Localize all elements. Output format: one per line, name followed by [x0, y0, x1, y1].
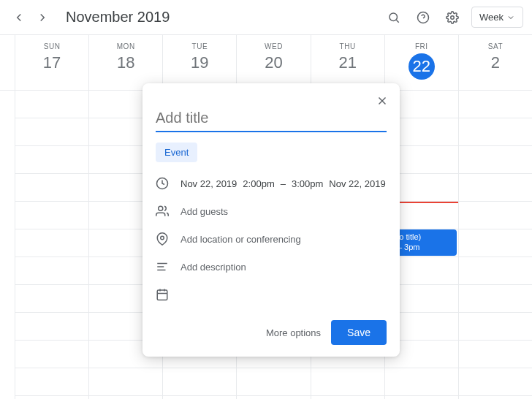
description-row[interactable]: Add description [156, 253, 387, 281]
save-button[interactable]: Save [331, 320, 387, 345]
day-header[interactable]: WED20 [236, 35, 310, 90]
header-right: Week [384, 7, 523, 28]
event-chip[interactable]: Event [156, 142, 197, 162]
time-gutter [0, 91, 15, 399]
next-button[interactable] [32, 7, 53, 28]
header: November 2019 Week [0, 0, 532, 35]
day-label: WED [237, 42, 310, 50]
guests-row[interactable]: Add guests [156, 197, 387, 225]
hour-cell[interactable] [15, 229, 88, 257]
hour-cell[interactable] [15, 146, 88, 174]
hour-cell[interactable] [459, 91, 532, 118]
day-label: TUE [163, 42, 236, 50]
hour-cell[interactable] [15, 174, 88, 202]
day-label: SUN [15, 42, 88, 50]
hour-cell[interactable] [15, 91, 88, 118]
hour-cell[interactable] [89, 368, 162, 396]
day-header[interactable]: FRI22 [384, 35, 458, 90]
calendar-row[interactable] [156, 281, 387, 308]
time-gutter-header [0, 35, 15, 90]
nav-arrows [9, 7, 53, 28]
hour-cell[interactable] [311, 396, 384, 399]
clock-icon [156, 177, 169, 190]
svg-point-0 [390, 13, 398, 21]
hour-cell[interactable] [15, 396, 88, 399]
day-header[interactable]: SAT2 [458, 35, 532, 90]
close-icon [376, 94, 389, 107]
search-button[interactable] [384, 7, 404, 28]
hour-cell[interactable] [459, 341, 532, 368]
search-icon [387, 11, 400, 24]
day-number: 21 [311, 53, 384, 72]
svg-point-8 [159, 206, 163, 210]
day-header[interactable]: SUN17 [15, 35, 88, 90]
chevron-left-icon [12, 11, 26, 24]
chevron-right-icon [36, 11, 49, 24]
title-input[interactable] [156, 105, 387, 132]
event-create-modal: Event Nov 22, 2019 2:00pm – 3:00pm Nov 2… [142, 83, 400, 357]
day-number: 19 [163, 53, 236, 72]
location-row[interactable]: Add location or conferencing [156, 225, 387, 253]
hour-cell[interactable] [459, 396, 532, 399]
modal-footer: More options Save [156, 320, 387, 345]
close-button[interactable] [372, 91, 392, 111]
help-button[interactable] [413, 7, 433, 28]
days-header: SUN17MON18TUE19WED20THU21FRI22SAT2 [0, 35, 532, 91]
view-label: Week [479, 12, 503, 23]
day-label: MON [89, 42, 162, 50]
hour-cell[interactable] [385, 368, 458, 396]
svg-line-1 [396, 20, 398, 22]
guests-label: Add guests [180, 206, 228, 217]
hour-cell[interactable] [385, 396, 458, 399]
location-label: Add location or conferencing [180, 234, 301, 245]
hour-cell[interactable] [163, 396, 236, 399]
svg-rect-13 [157, 290, 167, 300]
hour-cell[interactable] [459, 118, 532, 146]
day-header[interactable]: THU21 [311, 35, 384, 90]
grid-column[interactable] [458, 91, 532, 399]
hour-cell[interactable] [15, 313, 88, 341]
hour-cell[interactable] [237, 396, 310, 399]
event-time: 2 – 3pm [391, 242, 452, 252]
hour-cell[interactable] [15, 341, 88, 368]
prev-button[interactable] [9, 7, 29, 28]
day-number: 2 [459, 53, 532, 72]
hour-cell[interactable] [311, 368, 384, 396]
help-icon [417, 11, 430, 24]
page-title: November 2019 [66, 9, 170, 26]
hour-cell[interactable] [459, 146, 532, 174]
more-options-button[interactable]: More options [266, 327, 321, 338]
hour-cell[interactable] [15, 285, 88, 313]
hour-cell[interactable] [89, 396, 162, 399]
hour-cell[interactable] [459, 229, 532, 257]
people-icon [156, 205, 169, 218]
datetime-row[interactable]: Nov 22, 2019 2:00pm – 3:00pm Nov 22, 201… [156, 170, 387, 197]
datetime-text: Nov 22, 2019 2:00pm – 3:00pm Nov 22, 201… [180, 178, 386, 189]
hour-cell[interactable] [459, 368, 532, 396]
day-header[interactable]: MON18 [88, 35, 162, 90]
hour-cell[interactable] [15, 118, 88, 146]
chevron-down-icon [506, 13, 515, 22]
day-number: 18 [89, 53, 162, 72]
hour-cell[interactable] [15, 257, 88, 285]
hour-cell[interactable] [459, 285, 532, 313]
hour-cell[interactable] [237, 368, 310, 396]
hour-cell[interactable] [459, 174, 532, 202]
event-title: (No title) [391, 232, 452, 242]
day-label: FRI [385, 42, 458, 50]
view-selector[interactable]: Week [471, 7, 523, 28]
day-number: 20 [237, 53, 310, 72]
hour-cell[interactable] [15, 368, 88, 396]
hour-cell[interactable] [15, 202, 88, 229]
description-icon [156, 260, 169, 273]
gear-icon [446, 11, 459, 24]
day-number: 22 [408, 53, 435, 80]
day-label: THU [311, 42, 384, 50]
hour-cell[interactable] [459, 313, 532, 341]
settings-button[interactable] [442, 7, 463, 28]
hour-cell[interactable] [459, 202, 532, 229]
grid-column[interactable] [15, 91, 88, 399]
hour-cell[interactable] [459, 257, 532, 285]
hour-cell[interactable] [163, 368, 236, 396]
day-header[interactable]: TUE19 [162, 35, 236, 90]
